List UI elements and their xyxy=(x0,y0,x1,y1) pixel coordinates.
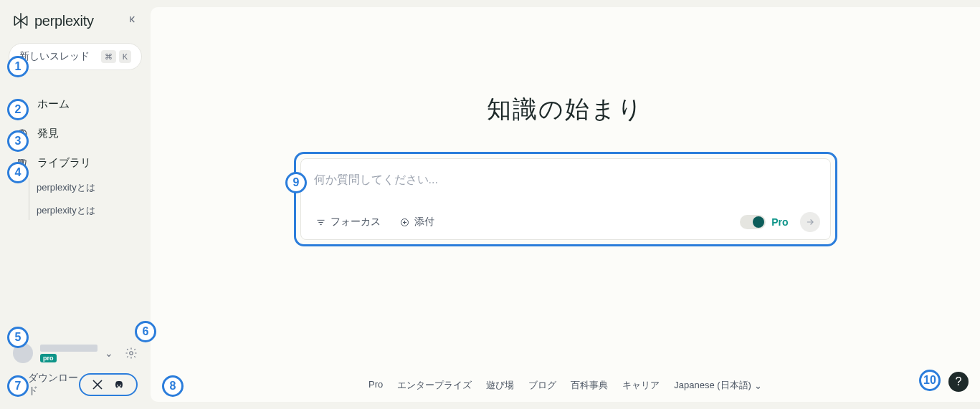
pro-badge: pro xyxy=(40,354,57,362)
download-icon xyxy=(13,379,22,390)
keyboard-shortcut: ⌘ K xyxy=(101,50,131,63)
sidebar: perplexity 新しいスレッド ⌘ K ホーム 発見 ライブラリ perp… xyxy=(0,0,151,409)
gear-icon[interactable] xyxy=(125,347,138,360)
search-icon xyxy=(16,98,29,111)
new-thread-label: 新しいスレッド xyxy=(19,50,90,63)
attach-button[interactable]: 添付 xyxy=(395,213,439,231)
social-links xyxy=(79,373,138,396)
download-label: ダウンロード xyxy=(28,372,79,398)
logo[interactable]: perplexity xyxy=(11,11,94,30)
focus-icon xyxy=(315,217,326,228)
avatar xyxy=(13,343,33,363)
footer-link-encyclopedia[interactable]: 百科事典 xyxy=(571,379,608,392)
collapse-sidebar-button[interactable] xyxy=(128,14,139,28)
thread-list: perplexityとは perplexityとは xyxy=(29,178,142,220)
svg-point-4 xyxy=(130,352,133,355)
download-link[interactable]: ダウンロード xyxy=(13,372,79,398)
svg-rect-2 xyxy=(19,159,20,167)
chevron-down-icon: ⌄ xyxy=(754,380,762,391)
focus-button[interactable]: フォーカス xyxy=(311,213,385,231)
globe-icon xyxy=(16,127,29,140)
svg-point-0 xyxy=(18,100,24,107)
x-twitter-icon[interactable] xyxy=(92,379,103,390)
pro-toggle-label: Pro xyxy=(771,216,788,228)
language-label: Japanese (日本語) xyxy=(674,379,751,392)
footer-nav: Pro エンタープライズ 遊び場 ブログ 百科事典 キャリア Japanese … xyxy=(151,379,980,392)
arrow-right-icon xyxy=(805,217,815,227)
sidebar-item-discover[interactable]: 発見 xyxy=(9,121,142,146)
perplexity-logo-icon xyxy=(11,11,30,30)
brand-name: perplexity xyxy=(34,13,94,29)
search-input[interactable] xyxy=(311,166,820,212)
nav-library-label: ライブラリ xyxy=(37,156,91,170)
submit-button[interactable] xyxy=(800,212,820,232)
footer-link-blog[interactable]: ブログ xyxy=(528,379,556,392)
sidebar-nav: ホーム 発見 ライブラリ perplexityとは perplexityとは xyxy=(9,92,142,220)
pro-toggle[interactable]: Pro xyxy=(740,215,788,229)
focus-label: フォーカス xyxy=(330,216,381,228)
footer-link-enterprise[interactable]: エンタープライズ xyxy=(397,379,472,392)
user-menu[interactable]: pro ⌄ xyxy=(9,339,142,367)
help-label: ? xyxy=(956,375,962,388)
page-title: 知識の始まり xyxy=(487,93,644,126)
username-redacted xyxy=(40,345,97,352)
help-button[interactable]: ? xyxy=(948,372,969,392)
footer-link-careers[interactable]: キャリア xyxy=(622,379,660,392)
main-content: 知識の始まり フォーカス 添付 xyxy=(151,7,980,402)
language-selector[interactable]: Japanese (日本語) ⌄ xyxy=(674,379,762,392)
sidebar-item-home[interactable]: ホーム xyxy=(9,92,142,117)
sidebar-item-library[interactable]: ライブラリ xyxy=(9,150,142,175)
search-box: フォーカス 添付 Pro xyxy=(300,158,831,240)
thread-item[interactable]: perplexityとは xyxy=(37,178,142,197)
footer-link-playground[interactable]: 遊び場 xyxy=(486,379,514,392)
attach-label: 添付 xyxy=(414,216,434,228)
new-thread-button[interactable]: 新しいスレッド ⌘ K xyxy=(9,43,142,70)
discord-icon[interactable] xyxy=(113,379,125,390)
search-wrapper-highlight: フォーカス 添付 Pro xyxy=(294,152,837,246)
nav-discover-label: 発見 xyxy=(37,127,59,140)
thread-item[interactable]: perplexityとは xyxy=(37,201,142,220)
library-icon xyxy=(16,157,29,170)
nav-home-label: ホーム xyxy=(37,97,70,111)
chevron-down-icon: ⌄ xyxy=(105,347,113,359)
footer-link-pro[interactable]: Pro xyxy=(368,379,383,392)
plus-circle-icon xyxy=(399,217,410,228)
